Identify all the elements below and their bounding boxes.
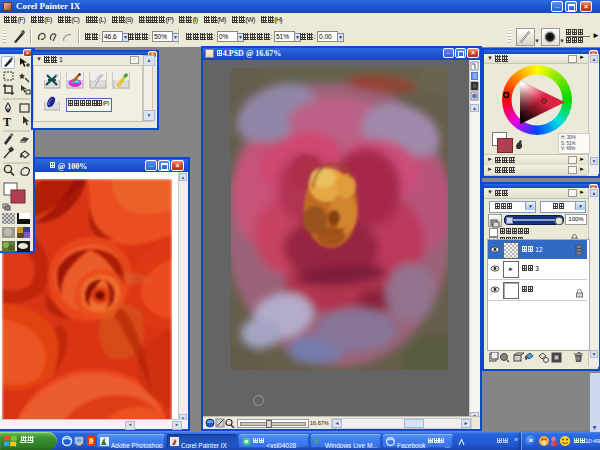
svg-text:T: T bbox=[3, 115, 11, 129]
